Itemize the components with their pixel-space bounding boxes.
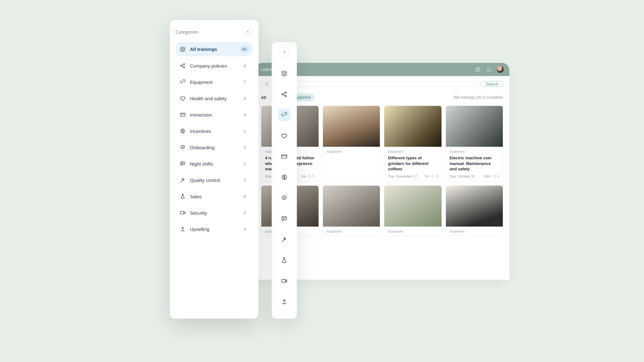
- card-due: Due: October 31: [450, 174, 475, 178]
- category-list: All trainings44Company policies4Equipmen…: [175, 42, 253, 236]
- link-icon: [179, 79, 186, 85]
- sidebar-item-health-and-safety[interactable]: Health and safety4: [175, 91, 253, 105]
- grid-icon[interactable]: [474, 66, 481, 73]
- card-category: Equipment: [388, 150, 438, 153]
- training-card[interactable]: Equipment: [323, 185, 380, 236]
- card-pages: 1: [492, 174, 499, 178]
- sidebar-item-label: Night shifts: [190, 161, 213, 167]
- stack-icon: [179, 46, 186, 52]
- chevron-right-icon: [282, 50, 286, 54]
- mini-badge-icon[interactable]: [278, 192, 291, 204]
- chat-icon: [179, 161, 186, 167]
- sidebar-item-night-shifts[interactable]: Night shifts1: [175, 157, 253, 171]
- card-category: Equipment: [327, 150, 376, 153]
- sidebar-item-count: 1: [240, 162, 249, 166]
- training-card[interactable]: EquipmentDifferent types of grinders for…: [384, 106, 442, 182]
- sidebar-item-count: 7: [240, 80, 249, 85]
- sidebar-item-count: 44: [240, 46, 249, 52]
- sidebar-item-label: Immersion: [190, 112, 212, 118]
- sidebar-item-count: 4: [240, 194, 249, 199]
- sidebar-item-upselling[interactable]: Upselling3: [175, 222, 253, 236]
- card-duration: 10m: [484, 174, 490, 178]
- bell-icon[interactable]: [486, 66, 492, 73]
- camera-icon: [179, 210, 186, 216]
- sidebar-title: Categories: [175, 29, 198, 35]
- sidebar-item-count: 1: [240, 129, 249, 134]
- card-pages: 2: [431, 174, 437, 178]
- page-icon: [492, 174, 496, 178]
- mini-upload-icon[interactable]: [278, 295, 291, 308]
- mini-camera-icon[interactable]: [278, 275, 291, 287]
- heart-icon: [179, 95, 186, 101]
- training-card[interactable]: Equipment: [446, 185, 503, 236]
- sidebar-item-company-policies[interactable]: Company policies4: [175, 59, 253, 73]
- sidebar-item-label: Equipment: [190, 80, 213, 85]
- collapse-button[interactable]: [243, 27, 253, 36]
- card-thumbnail: [384, 106, 441, 147]
- mini-dollar-icon[interactable]: [278, 171, 291, 184]
- sidebar-item-label: Quality control: [190, 178, 220, 183]
- sidebar-item-count: 4: [240, 96, 249, 101]
- card-due: Due: November 17: [388, 174, 417, 178]
- page-title: Learn: [260, 67, 272, 72]
- card-pages: 1: [308, 174, 314, 178]
- sidebar-expanded: Categories All trainings44Company polici…: [170, 20, 258, 319]
- share-icon: [179, 63, 186, 69]
- mini-share-icon[interactable]: [278, 88, 291, 101]
- sidebar-item-label: Company policies: [190, 63, 227, 69]
- card-category: Equipment: [450, 150, 499, 153]
- avatar[interactable]: [497, 66, 504, 73]
- training-card[interactable]: Equipment: [384, 185, 442, 236]
- training-card[interactable]: Equipment: [323, 106, 380, 182]
- sidebar-item-sales[interactable]: Sales4: [175, 189, 253, 203]
- sidebar-item-label: All trainings: [190, 47, 217, 52]
- search-button[interactable]: Search: [481, 81, 503, 87]
- training-count: 356 trainings (30 to complete): [453, 95, 503, 100]
- sidebar-item-onboarding[interactable]: Onboarding3: [175, 140, 253, 154]
- sidebar-item-label: Security: [190, 210, 207, 216]
- sidebar-item-label: Upselling: [190, 227, 209, 232]
- search-icon: [264, 81, 269, 86]
- card-thumbnail: [446, 186, 503, 227]
- card-title: Different types of grinders for differen…: [388, 155, 438, 172]
- sidebar-collapsed: [272, 42, 297, 319]
- card-category: Equipment: [327, 230, 376, 233]
- page-icon: [308, 174, 312, 178]
- cards-grid: Equipment4 rules you should follow when …: [261, 106, 503, 182]
- filter-all[interactable]: All: [261, 95, 266, 100]
- card-category: Equipment: [450, 230, 499, 233]
- badge-icon: [179, 144, 186, 151]
- upload-icon: [179, 226, 186, 232]
- training-card[interactable]: EquipmentElectric machine user manual. M…: [446, 106, 503, 182]
- card-thumbnail: [446, 106, 503, 147]
- card-thumbnail: [384, 186, 441, 227]
- sidebar-item-incentives[interactable]: Incentives1: [175, 124, 253, 138]
- sidebar-item-count: 3: [240, 145, 249, 150]
- dollar-icon: [179, 128, 186, 134]
- sidebar-item-immersion[interactable]: Immersion3: [175, 108, 253, 122]
- mini-tools-icon[interactable]: [278, 233, 291, 246]
- mini-chat-icon[interactable]: [278, 212, 291, 225]
- mini-card-icon[interactable]: [278, 150, 291, 163]
- card-thumbnail: [323, 106, 380, 147]
- sidebar-item-label: Incentives: [190, 129, 211, 134]
- sidebar-item-security[interactable]: Security2: [175, 206, 253, 220]
- tools-icon: [179, 177, 186, 183]
- mini-stack-icon[interactable]: [278, 67, 291, 80]
- sidebar-item-label: Sales: [190, 194, 202, 199]
- sidebar-item-equipment[interactable]: Equipment7: [175, 75, 253, 89]
- sidebar-item-all-trainings[interactable]: All trainings44: [175, 42, 253, 56]
- mini-heart-icon[interactable]: [278, 129, 291, 142]
- card-duration: 7m: [424, 174, 429, 178]
- sidebar-item-label: Health and safety: [190, 96, 227, 101]
- card-thumbnail: [323, 186, 380, 227]
- mini-flask-icon[interactable]: [278, 254, 291, 266]
- chevron-left-icon: [246, 30, 250, 34]
- card-category: Equipment: [388, 230, 438, 233]
- mini-link-icon[interactable]: [278, 109, 291, 121]
- sidebar-item-label: Onboarding: [190, 145, 214, 150]
- expand-button[interactable]: [280, 47, 289, 57]
- card-duration: 2m: [301, 174, 306, 178]
- sidebar-item-quality-control[interactable]: Quality control3: [175, 173, 253, 187]
- card-due: Due: [265, 174, 271, 178]
